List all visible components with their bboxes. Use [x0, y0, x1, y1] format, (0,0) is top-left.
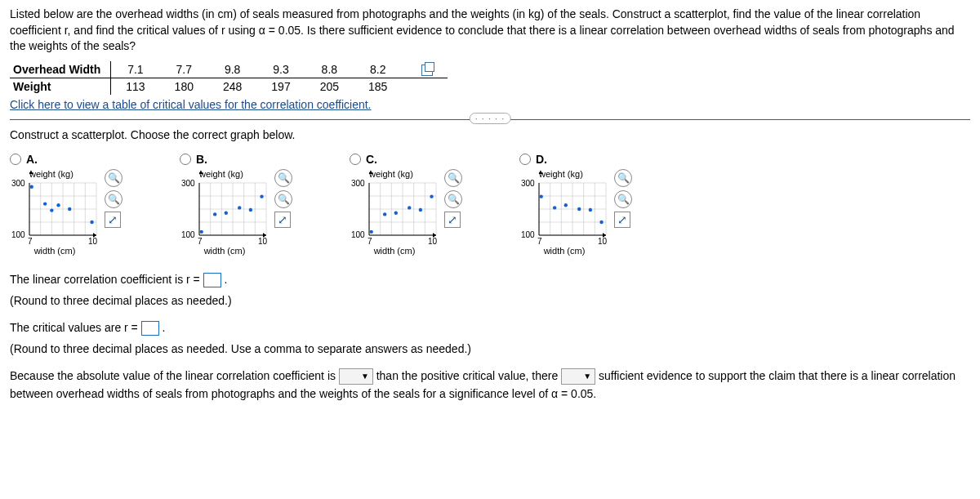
compare-dropdown[interactable] — [339, 368, 373, 385]
chart-A-ylabel: weight (kg) — [29, 169, 100, 179]
svg-text:300: 300 — [11, 180, 25, 188]
critical-r-input[interactable] — [141, 321, 159, 336]
width-4: 8.8 — [305, 61, 354, 78]
zoom-in-icon[interactable]: 🔍 — [444, 169, 462, 187]
option-D-label: D. — [536, 153, 547, 166]
svg-point-42 — [225, 212, 228, 215]
svg-point-44 — [249, 208, 252, 212]
svg-text:7: 7 — [198, 237, 203, 245]
r-input[interactable] — [203, 273, 221, 287]
svg-text:100: 100 — [351, 230, 365, 239]
option-B-label: B. — [196, 153, 207, 166]
chart-B-xlabel: width (cm) — [180, 246, 270, 256]
q2-post: . — [163, 321, 166, 334]
svg-text:300: 300 — [181, 180, 195, 188]
chart-D-ylabel: weight (kg) — [539, 169, 609, 179]
svg-text:7: 7 — [537, 237, 542, 245]
chart-D: weight (kg) 300 100 7 10 width (cm) — [519, 169, 609, 256]
svg-text:7: 7 — [28, 237, 33, 245]
chart-C-xlabel: width (cm) — [350, 246, 439, 256]
chart-C-ylabel: weight (kg) — [369, 169, 439, 179]
copy-table-icon[interactable] — [421, 65, 433, 76]
option-C-radio[interactable] — [350, 154, 361, 165]
chart-A: weight (kg) 300 100 7 10 width (cm) — [10, 169, 100, 256]
expand-icon[interactable]: ⤢ — [105, 212, 121, 228]
svg-point-95 — [599, 221, 603, 224]
svg-text:10: 10 — [88, 237, 98, 245]
svg-point-41 — [213, 212, 216, 216]
svg-text:10: 10 — [258, 237, 268, 245]
width-5: 8.2 — [354, 61, 402, 78]
svg-point-67 — [394, 212, 398, 215]
svg-point-17 — [50, 208, 53, 212]
svg-point-43 — [238, 206, 241, 209]
weight-0: 113 — [111, 78, 160, 96]
svg-text:100: 100 — [181, 230, 195, 239]
svg-point-20 — [90, 221, 93, 224]
row2-label: Weight — [10, 78, 111, 96]
svg-point-66 — [383, 212, 386, 216]
weight-3: 197 — [256, 78, 305, 96]
zoom-in-icon[interactable]: 🔍 — [105, 169, 122, 187]
expand-icon[interactable]: ⤢ — [614, 212, 630, 228]
svg-point-92 — [564, 203, 568, 207]
svg-point-40 — [200, 230, 203, 234]
chart-A-xlabel: width (cm) — [10, 246, 100, 256]
q2-hint: (Round to three decimal places as needed… — [10, 340, 970, 358]
sufficiency-dropdown[interactable] — [561, 368, 595, 385]
svg-text:100: 100 — [11, 230, 25, 239]
chart-C: weight (kg) 300 100 7 10 width (cm) — [350, 169, 439, 256]
zoom-out-icon[interactable]: 🔍 — [274, 190, 292, 208]
option-C-label: C. — [366, 153, 377, 166]
expand-icon[interactable]: ⤢ — [444, 212, 461, 228]
svg-point-65 — [370, 230, 373, 234]
chart-D-xlabel: width (cm) — [519, 246, 609, 256]
width-1: 7.7 — [160, 61, 208, 78]
zoom-out-icon[interactable]: 🔍 — [444, 190, 462, 208]
option-B-radio[interactable] — [180, 154, 191, 165]
divider-collapse-icon[interactable]: · · · · · — [470, 113, 511, 124]
concl-1: Because the absolute value of the linear… — [10, 369, 339, 382]
svg-point-15 — [30, 185, 33, 189]
svg-text:300: 300 — [351, 180, 365, 188]
q1-post: . — [225, 273, 228, 286]
weight-5: 185 — [354, 78, 402, 96]
svg-text:10: 10 — [598, 237, 608, 245]
critical-values-link[interactable]: Click here to view a table of critical v… — [10, 98, 372, 111]
svg-point-19 — [68, 207, 71, 211]
expand-icon[interactable]: ⤢ — [274, 212, 291, 228]
svg-point-18 — [56, 203, 60, 207]
zoom-in-icon[interactable]: 🔍 — [274, 169, 292, 187]
width-3: 9.3 — [256, 61, 305, 78]
svg-point-16 — [43, 202, 47, 205]
svg-point-90 — [540, 195, 543, 198]
weight-2: 248 — [208, 78, 256, 96]
option-D-radio[interactable] — [519, 154, 531, 165]
zoom-out-icon[interactable]: 🔍 — [614, 190, 632, 208]
chart-B: weight (kg) 300 100 7 10 width (cm) — [180, 169, 270, 256]
width-2: 9.8 — [208, 61, 256, 78]
svg-text:10: 10 — [428, 237, 438, 245]
q2-pre: The critical values are r = — [10, 321, 141, 334]
chart-B-ylabel: weight (kg) — [199, 169, 270, 179]
concl-2: than the positive critical value, there — [376, 369, 561, 382]
svg-text:100: 100 — [521, 230, 535, 239]
width-0: 7.1 — [111, 61, 160, 78]
svg-text:300: 300 — [521, 180, 535, 188]
svg-point-93 — [577, 207, 581, 211]
svg-point-94 — [589, 208, 592, 212]
svg-point-91 — [553, 206, 556, 209]
svg-point-70 — [430, 195, 433, 198]
data-table: Overhead Width 7.1 7.7 9.8 9.3 8.8 8.2 W… — [10, 61, 448, 95]
zoom-in-icon[interactable]: 🔍 — [614, 169, 632, 187]
option-A-label: A. — [26, 153, 38, 166]
q1-hint: (Round to three decimal places as needed… — [10, 292, 970, 310]
question-intro: Listed below are the overhead widths (in… — [10, 7, 970, 55]
q1-pre: The linear correlation coefficient is r … — [10, 273, 203, 286]
scatter-prompt: Construct a scatterplot. Choose the corr… — [10, 128, 970, 141]
row1-label: Overhead Width — [10, 61, 111, 78]
option-A-radio[interactable] — [10, 154, 21, 165]
options-row: A. weight (kg) 300 100 7 10 width (cm) 🔍… — [10, 153, 970, 256]
zoom-out-icon[interactable]: 🔍 — [105, 190, 122, 208]
svg-text:7: 7 — [368, 237, 372, 245]
